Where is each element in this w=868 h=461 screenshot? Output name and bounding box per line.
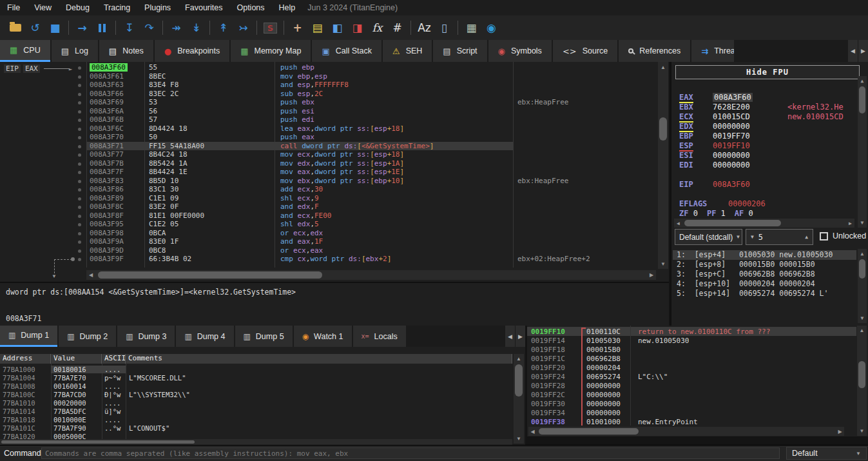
dump-header-ascii[interactable]: ASCII (102, 354, 126, 364)
breakpoint-dot[interactable] (72, 81, 86, 89)
dump-row[interactable]: 77BA100000180016.... (0, 365, 512, 373)
scroll-down-arrow[interactable]: ▼ (857, 427, 867, 435)
stack-row[interactable]: 0019FF3000000000 (527, 399, 856, 408)
argument-row[interactable]: 3: [esp+C] 006962B8 006962B8 (673, 270, 856, 279)
dump-tab-dump-2[interactable]: ▥Dump 2 (59, 326, 116, 347)
disasm-row[interactable]: 008A3F6953push ebxebx:HeapFree (0, 98, 657, 107)
scroll-down-arrow[interactable]: ▼ (858, 219, 867, 226)
tab-call-stack[interactable]: ▣Call Stack (312, 40, 381, 62)
scroll-right-arrow[interactable]: ▶ (846, 219, 854, 228)
disasm-row[interactable]: 008A3F6B57push edi (0, 115, 657, 124)
dump-tab-locals[interactable]: x=Locals (353, 326, 406, 347)
scroll-up-arrow[interactable]: ▲ (858, 77, 867, 84)
breakpoint-dot[interactable] (72, 115, 86, 124)
register-row-esi[interactable]: ESI00000000 (679, 150, 750, 160)
dump-hscrollbar[interactable] (0, 439, 512, 445)
register-row-eip[interactable]: EIP008A3F60 (679, 179, 750, 189)
run-icon[interactable]: → (72, 19, 92, 37)
stack-row[interactable]: 0019FF1401005030new.01005030 (527, 336, 856, 345)
dump-tab-dump-4[interactable]: ▥Dump 4 (176, 326, 233, 347)
register-row-ecx[interactable]: ECX010015CDnew.010015CD (679, 112, 750, 121)
function-icon[interactable]: fx (367, 19, 387, 37)
menu-item-plugins[interactable]: Plugins (137, 0, 178, 15)
argument-row[interactable]: 2: [esp+8] 000015B0 000015B0 (673, 260, 856, 270)
comment-icon[interactable]: ▤ (307, 19, 327, 37)
disasm-row[interactable]: 008A3F7B8B5424 1Amov edx,dword ptr ss:[e… (0, 159, 657, 168)
scrollbar-thumb[interactable] (1, 440, 195, 444)
register-value[interactable]: 00000206 (728, 199, 766, 208)
dump-header-address[interactable]: Address (0, 354, 51, 364)
scroll-right-arrow[interactable]: ▶ (647, 270, 656, 280)
dump-row[interactable]: 77BA101000020000.... (0, 398, 512, 407)
disasm-row[interactable]: 008A3F9F66:3B4B 02cmp cx,word ptr ds:[eb… (0, 255, 657, 264)
stack-row[interactable]: 0019FF1C006962B8 (527, 354, 856, 363)
register-value[interactable]: 008A3F60 (713, 180, 750, 189)
dump-vscrollbar[interactable]: ▲ ▼ (514, 354, 524, 444)
breakpoint-dot[interactable] (72, 159, 86, 168)
dump-tab-dump-1[interactable]: ▥Dump 1 (0, 326, 57, 347)
argument-row[interactable]: 1: [esp+4] 01005030 new.01005030 (673, 250, 856, 260)
stack-row[interactable]: 0019FF2400695274L"C:\\" (527, 372, 856, 381)
disasm-row[interactable]: 008A3F9A83E0 1Fand eax,1F (0, 237, 657, 246)
tab-symbols[interactable]: ◉Symbols (488, 40, 552, 62)
dump-row[interactable]: 77BA100477BA7E70p~°wL"MSCOREE.DLL" (0, 373, 512, 382)
tab-scroll-right-arrow[interactable]: ▶ (516, 326, 525, 347)
tab-script[interactable]: ▤Script (433, 40, 487, 62)
pause-icon[interactable] (92, 19, 112, 37)
breakpoint-dot[interactable] (72, 246, 86, 255)
breakpoint-dot[interactable] (72, 185, 86, 193)
run-to-user-code-icon[interactable]: ↠ (166, 19, 186, 37)
tab-memory-map[interactable]: ▦Memory Map (231, 40, 311, 62)
scroll-down-arrow[interactable]: ▼ (658, 260, 668, 268)
dump-tab-watch-1[interactable]: ◉Watch 1 (294, 326, 352, 347)
disasm-row[interactable]: 008A3F6A56push esi (0, 107, 657, 116)
registers-hscrollbar[interactable]: ◀ ▶ (674, 219, 854, 228)
scroll-left-arrow[interactable]: ◀ (674, 219, 682, 228)
disasm-vscrollbar[interactable]: ▲ ▼ (658, 62, 668, 269)
argument-row[interactable]: 4: [esp+10] 00000204 00000204 (673, 279, 856, 289)
tab-log[interactable]: ▤Log (52, 40, 98, 62)
menu-item-help[interactable]: Help (272, 0, 303, 15)
scroll-down-arrow[interactable]: ▼ (514, 435, 524, 442)
command-profile-select[interactable]: Default ▼ (786, 447, 867, 460)
tab-notes[interactable]: ▤Notes (99, 40, 153, 62)
scrollbar-thumb[interactable] (98, 271, 322, 279)
disasm-row[interactable]: 008A3F95C1E2 05shl edx,5 (0, 220, 657, 229)
tab-threads[interactable]: ⇉Threads (691, 40, 734, 62)
register-value[interactable]: 010015CD (713, 112, 750, 121)
menu-item-favourites[interactable]: Favourites (178, 0, 229, 15)
register-value[interactable]: 008A3F60 (713, 93, 753, 102)
register-value[interactable]: 00000000 (713, 151, 750, 160)
breakpoint-dot[interactable] (72, 237, 86, 246)
command-input[interactable] (41, 447, 780, 459)
scrollbar-thumb[interactable] (659, 117, 667, 141)
scroll-left-arrow[interactable]: ◀ (528, 427, 537, 436)
breakpoint-dot[interactable] (72, 107, 86, 115)
stack-row[interactable]: 0019FF2C00000000 (527, 390, 856, 399)
calling-convention-select[interactable]: Default (stdcall) ▼ (675, 229, 742, 245)
step-out-icon[interactable]: ↡ (186, 19, 206, 37)
breakpoint-dot[interactable] (72, 63, 86, 72)
scrollbar-thumb[interactable] (859, 86, 865, 113)
disasm-row[interactable]: 008A3F8C83E2 0Fand edx,F (0, 202, 657, 211)
dump-tab-dump-5[interactable]: ▥Dump 5 (235, 326, 293, 347)
scroll-left-arrow[interactable]: ◀ (86, 270, 95, 280)
arg-depth-spinner[interactable]: ▼ 5 ▲ (746, 229, 813, 245)
scroll-up-arrow[interactable]: ▲ (858, 250, 867, 257)
scroll-down-arrow[interactable]: ▼ (858, 315, 867, 322)
disasm-row[interactable]: 008A3F980BCAor ecx,edx (0, 229, 657, 238)
tab-cpu[interactable]: ▦CPU (0, 40, 50, 62)
scroll-up-arrow[interactable]: ▲ (514, 355, 524, 362)
step-into-user-icon[interactable]: ↣ (233, 19, 253, 37)
register-value[interactable]: 0019FF10 (713, 141, 750, 150)
disasm-row[interactable]: 008A3F778B4C24 18mov ecx,dword ptr ss:[e… (0, 150, 657, 159)
tab-scroll-right-arrow[interactable]: ▶ (858, 40, 868, 62)
dump-row[interactable]: 77BA101477BA5DFCü]°w (0, 407, 512, 415)
stack-row[interactable]: 0019FF2800000000 (527, 381, 856, 390)
settings-globe-icon[interactable]: ◉ (481, 19, 501, 37)
breakpoint-dot[interactable] (72, 124, 86, 133)
breakpoint-dot[interactable] (72, 202, 86, 211)
disasm-row[interactable]: 008A3F7F8B4424 1Emov eax,dword ptr ss:[e… (0, 168, 657, 177)
dump-row[interactable]: 77BA101C77BA7F90..°wL"CONOUT$" (0, 424, 512, 432)
bookmark-icon[interactable]: ◨ (347, 19, 367, 37)
